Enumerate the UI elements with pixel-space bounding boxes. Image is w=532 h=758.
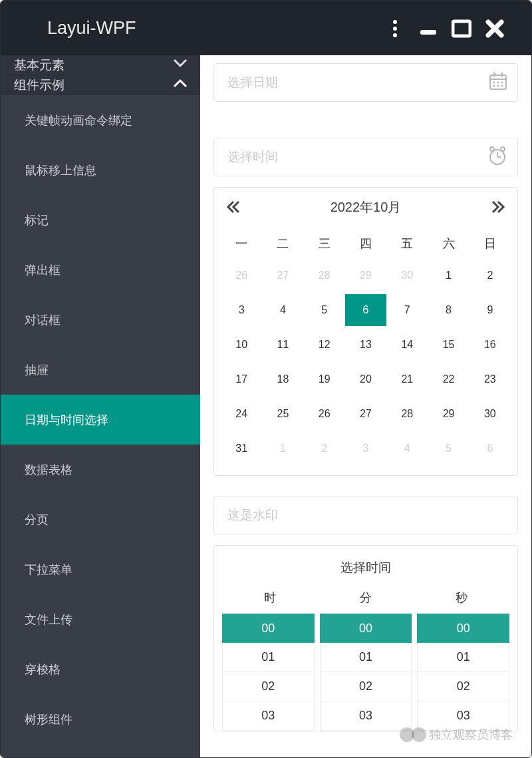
calendar-day[interactable]: 21 xyxy=(386,363,428,395)
calendar-day[interactable]: 27 xyxy=(345,398,386,430)
sidebar-item[interactable]: 滑块 xyxy=(1,744,200,757)
time-option[interactable]: 00 xyxy=(320,614,412,643)
time-option[interactable]: 02 xyxy=(320,672,412,701)
sidebar-item[interactable]: 日期与时间选择 xyxy=(1,395,200,445)
calendar-day[interactable]: 15 xyxy=(428,329,469,361)
calendar-day[interactable]: 6 xyxy=(469,433,511,465)
sidebar-item[interactable]: 弹出框 xyxy=(1,245,200,295)
calendar-day[interactable]: 1 xyxy=(428,260,469,291)
next-month-button[interactable] xyxy=(480,188,517,226)
calendar-day[interactable]: 5 xyxy=(304,294,345,326)
calendar-day[interactable]: 11 xyxy=(262,329,303,361)
sidebar-item[interactable]: 文件上传 xyxy=(1,594,200,644)
sidebar-item[interactable]: 关键帧动画命令绑定 xyxy=(1,95,200,145)
calendar-day[interactable]: 2 xyxy=(469,260,511,291)
calendar-day[interactable]: 17 xyxy=(221,363,262,395)
weekday-label: 日 xyxy=(469,226,511,260)
calendar-day[interactable]: 13 xyxy=(345,329,386,361)
close-button[interactable] xyxy=(478,18,511,39)
calendar-day[interactable]: 4 xyxy=(262,294,303,326)
maximize-button[interactable] xyxy=(445,18,478,39)
nav-group-components[interactable]: 组件示例 xyxy=(1,75,200,95)
weekday-label: 五 xyxy=(386,226,428,260)
time-input[interactable]: 选择时间 xyxy=(213,138,518,176)
sidebar-item[interactable]: 分页 xyxy=(1,494,200,544)
time-option[interactable]: 02 xyxy=(222,672,315,701)
sidebar-item[interactable]: 下拉菜单 xyxy=(1,544,200,594)
calendar-day[interactable]: 10 xyxy=(221,329,262,361)
calendar-day[interactable]: 14 xyxy=(386,329,428,361)
weekday-label: 三 xyxy=(304,226,345,260)
calendar-day[interactable]: 5 xyxy=(428,433,469,465)
sidebar-item[interactable]: 标记 xyxy=(1,195,200,245)
calendar-day[interactable]: 6 xyxy=(345,294,386,326)
calendar-day[interactable]: 29 xyxy=(345,260,386,291)
calendar-day[interactable]: 9 xyxy=(469,294,511,326)
sidebar-item[interactable]: 鼠标移上信息 xyxy=(1,145,200,195)
calendar-day[interactable]: 4 xyxy=(386,433,428,465)
time-option[interactable]: 01 xyxy=(320,643,412,672)
time-option[interactable]: 02 xyxy=(417,672,509,701)
placeholder-text: 选择日期 xyxy=(227,74,278,91)
time-option[interactable]: 03 xyxy=(417,701,509,731)
calendar-day[interactable]: 3 xyxy=(345,433,386,465)
calendar-day[interactable]: 25 xyxy=(262,398,303,430)
sidebar-item[interactable]: 树形组件 xyxy=(1,694,200,744)
calendar-day[interactable]: 18 xyxy=(262,363,303,395)
calendar-day[interactable]: 26 xyxy=(221,260,262,291)
calendar-day[interactable]: 1 xyxy=(262,433,303,465)
chevron-down-icon xyxy=(172,55,188,75)
sidebar-item[interactable]: 数据表格 xyxy=(1,445,200,494)
calendar-day[interactable]: 12 xyxy=(304,329,345,361)
calendar-day[interactable]: 28 xyxy=(304,260,345,291)
svg-point-21 xyxy=(501,147,505,151)
time-option[interactable]: 03 xyxy=(222,701,315,731)
time-option[interactable]: 01 xyxy=(222,643,315,672)
calendar-day[interactable]: 22 xyxy=(428,363,469,395)
svg-rect-10 xyxy=(501,73,503,77)
watermark-input[interactable]: 这是水印 xyxy=(213,496,518,534)
calendar-day[interactable]: 30 xyxy=(386,260,428,291)
time-option[interactable]: 01 xyxy=(417,643,509,672)
svg-point-12 xyxy=(497,82,499,84)
nav-group-basic[interactable]: 基本元素 xyxy=(1,55,200,75)
title-bar: Layui-WPF xyxy=(1,1,531,55)
calendar-day[interactable]: 23 xyxy=(469,363,511,395)
calendar-day[interactable]: 2 xyxy=(304,433,345,465)
calendar-day[interactable]: 29 xyxy=(428,398,469,430)
svg-point-15 xyxy=(497,85,499,87)
svg-rect-4 xyxy=(453,21,470,36)
calendar-day[interactable]: 24 xyxy=(221,398,262,430)
sidebar-item[interactable]: 抽屉 xyxy=(1,345,200,395)
date-input[interactable]: 选择日期 xyxy=(213,63,518,102)
calendar-day[interactable]: 26 xyxy=(304,398,345,430)
chevron-up-icon xyxy=(172,75,188,95)
time-option[interactable]: 00 xyxy=(222,614,315,643)
app-title: Layui-WPF xyxy=(47,18,136,39)
calendar-day[interactable]: 30 xyxy=(469,398,511,430)
calendar-day[interactable]: 27 xyxy=(262,260,303,291)
prev-month-button[interactable] xyxy=(214,188,251,226)
sidebar-item[interactable]: 对话框 xyxy=(1,295,200,345)
timepicker-title: 选择时间 xyxy=(214,546,517,590)
calendar-day[interactable]: 7 xyxy=(386,294,428,326)
calendar-day[interactable]: 16 xyxy=(469,329,511,361)
calendar-day[interactable]: 28 xyxy=(386,398,428,430)
time-option[interactable]: 00 xyxy=(417,614,509,643)
calendar-day[interactable]: 19 xyxy=(304,363,345,395)
calendar-day[interactable]: 31 xyxy=(221,433,262,465)
weekday-label: 四 xyxy=(345,226,386,260)
calendar-day[interactable]: 3 xyxy=(221,294,262,326)
time-option[interactable]: 03 xyxy=(320,701,412,731)
hour-label: 时 xyxy=(222,590,318,606)
svg-point-14 xyxy=(493,85,495,87)
svg-point-16 xyxy=(501,85,503,87)
weekday-label: 一 xyxy=(221,226,262,260)
content-area: 选择日期 选择时间 2022年10月 xyxy=(200,55,531,757)
calendar-day[interactable]: 20 xyxy=(345,363,386,395)
more-icon[interactable] xyxy=(378,18,412,39)
sidebar-item[interactable]: 穿梭格 xyxy=(1,644,200,694)
calendar-day[interactable]: 8 xyxy=(428,294,469,326)
calendar-icon xyxy=(488,71,508,94)
minimize-button[interactable] xyxy=(412,18,445,39)
